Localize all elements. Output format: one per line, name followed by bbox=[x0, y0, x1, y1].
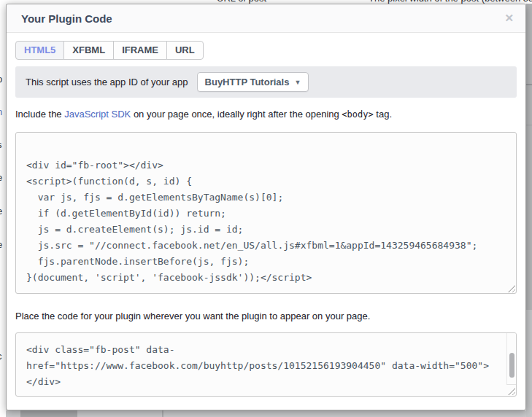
sdk-instruction-middle: on your page once, ideally right after t… bbox=[131, 109, 342, 120]
sdk-instruction-prefix: Include the bbox=[15, 109, 64, 120]
background-left-sliver: t o n s e e e c bbox=[0, 4, 6, 410]
app-id-banner: This script uses the app ID of your app … bbox=[15, 66, 517, 98]
app-selector-dropdown[interactable]: BuyHTTP Tutorials ▼ bbox=[197, 72, 309, 92]
background-right-sliver bbox=[526, 4, 532, 417]
background-divider bbox=[526, 84, 532, 85]
body-tag-code: <body> bbox=[342, 109, 373, 120]
background-text-fragment: c bbox=[0, 351, 2, 362]
background-text-fragment: e bbox=[0, 239, 2, 250]
code-type-tabs: HTML5 XFBML IFRAME URL bbox=[15, 41, 517, 60]
tab-xfbml[interactable]: XFBML bbox=[63, 41, 114, 60]
background-table-cell bbox=[20, 410, 77, 417]
plugin-code-modal: Your Plugin Code ✕ HTML5 XFBML IFRAME UR… bbox=[6, 4, 526, 410]
scrollbar-track bbox=[506, 333, 516, 385]
plugin-code-textarea[interactable]: <div class="fb-post" data-href="https://… bbox=[15, 332, 517, 397]
modal-header: Your Plugin Code ✕ bbox=[7, 4, 525, 33]
app-selector-label: BuyHTTP Tutorials bbox=[205, 77, 290, 87]
background-text-fragment: e bbox=[0, 172, 2, 183]
scrollbar-thumb[interactable] bbox=[509, 353, 514, 378]
tab-iframe[interactable]: IFRAME bbox=[113, 41, 167, 60]
javascript-sdk-link[interactable]: JavaScript SDK bbox=[64, 109, 131, 120]
tab-url[interactable]: URL bbox=[166, 41, 204, 60]
background-text-fragment: n bbox=[0, 106, 2, 117]
modal-title: Your Plugin Code bbox=[21, 4, 112, 33]
sdk-instruction: Include the JavaScript SDK on your page … bbox=[15, 108, 517, 121]
background-text-fragment: o bbox=[0, 74, 2, 85]
background-text-fragment: e bbox=[0, 206, 2, 217]
chevron-down-icon: ▼ bbox=[294, 79, 301, 86]
background-bottom-sliver bbox=[6, 410, 526, 417]
close-icon[interactable]: ✕ bbox=[504, 12, 514, 25]
plugin-instruction: Place the code for your plugin wherever … bbox=[15, 310, 517, 323]
plugin-code-container: <div class="fb-post" data-href="https://… bbox=[15, 332, 517, 397]
modal-body: HTML5 XFBML IFRAME URL This script uses … bbox=[7, 33, 525, 397]
background-divider bbox=[526, 125, 532, 125]
background-text-fragment: s bbox=[0, 139, 2, 150]
app-id-banner-text: This script uses the app ID of your app bbox=[26, 77, 188, 87]
background-divider bbox=[162, 410, 163, 417]
sdk-code-textarea[interactable]: <div id="fb-root"></div> <script>(functi… bbox=[15, 132, 517, 294]
sdk-code-container: <div id="fb-root"></div> <script>(functi… bbox=[15, 132, 517, 294]
background-divider bbox=[526, 310, 532, 417]
sdk-instruction-suffix: tag. bbox=[374, 109, 392, 120]
tab-html5[interactable]: HTML5 bbox=[15, 41, 64, 60]
